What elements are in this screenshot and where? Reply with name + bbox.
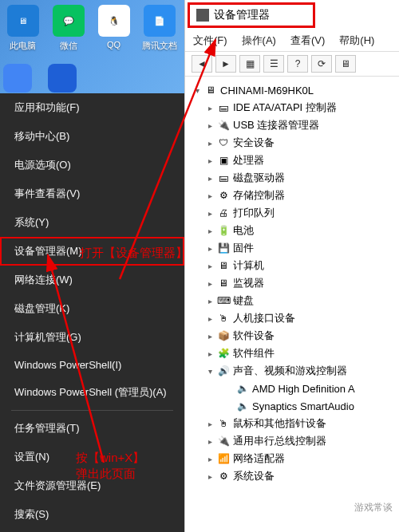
- expand-arrow-icon[interactable]: ▸: [204, 314, 215, 323]
- tree-node[interactable]: ▸🖴磁盘驱动器: [192, 169, 396, 187]
- tree-node[interactable]: ▸⚙存储控制器: [192, 187, 396, 204]
- winx-item-8[interactable]: 计算机管理(G): [0, 323, 184, 352]
- expand-arrow-icon[interactable]: ▾: [192, 86, 203, 95]
- tree-node-label: 系统设备: [233, 469, 275, 483]
- tree-node[interactable]: ▸📶网络适配器: [192, 450, 396, 467]
- device-icon: 🖥: [217, 259, 230, 272]
- expand-arrow-icon[interactable]: ▸: [204, 174, 215, 183]
- toolbar-grid-icon[interactable]: ▦: [239, 55, 260, 73]
- winx-item-6[interactable]: 网络连接(W): [0, 266, 184, 294]
- tree-node[interactable]: 🔈AMD High Definition A: [192, 380, 396, 397]
- menu-file[interactable]: 文件(F): [193, 33, 227, 48]
- tree-node[interactable]: ▸🖱人机接口设备: [192, 309, 396, 327]
- tree-node-label: Synaptics SmartAudio: [252, 400, 354, 412]
- expand-arrow-icon[interactable]: ▸: [204, 279, 215, 288]
- device-icon: 🛡: [217, 136, 230, 149]
- tree-node[interactable]: ▸🔋电池: [192, 222, 396, 239]
- device-icon: 🔊: [217, 365, 230, 377]
- tree-node[interactable]: ▸🛡安全设备: [192, 134, 396, 152]
- expand-arrow-icon[interactable]: ▸: [204, 420, 215, 428]
- tree-node-label: 网络适配器: [233, 451, 285, 466]
- tree-node[interactable]: ▸⌨键盘: [192, 292, 396, 309]
- menu-help[interactable]: 帮助(H): [339, 33, 374, 48]
- tree-node[interactable]: ▸💾固件: [192, 239, 396, 257]
- tree-root[interactable]: ▾ 🖥 CHINAMI-M69HK0L: [192, 81, 396, 99]
- device-icon: 📦: [217, 329, 230, 342]
- tree-node-label: 处理器: [233, 153, 264, 167]
- device-icon: 🖴: [217, 101, 230, 114]
- expand-arrow-icon[interactable]: ▸: [204, 332, 215, 341]
- tree-node[interactable]: 🔈Synaptics SmartAudio: [192, 397, 396, 415]
- tree-node[interactable]: ▸🖥监视器: [192, 274, 396, 292]
- tree-node[interactable]: ▸⚙系统设备: [192, 467, 396, 485]
- expand-arrow-icon[interactable]: ▸: [204, 227, 215, 235]
- device-icon: 🔌: [217, 435, 230, 447]
- winx-item-14[interactable]: 搜索(S): [0, 500, 184, 529]
- winx-sep: [11, 410, 173, 411]
- device-icon: 🖱: [217, 417, 230, 430]
- winx-item-1[interactable]: 移动中心(B): [0, 122, 184, 151]
- tree-node[interactable]: ▸🖴IDE ATA/ATAPI 控制器: [192, 99, 396, 116]
- expand-arrow-icon[interactable]: ▸: [204, 121, 215, 130]
- winx-item-12[interactable]: 设置(N): [0, 443, 184, 471]
- tree-node[interactable]: ▾🔊声音、视频和游戏控制器: [192, 362, 396, 380]
- expand-arrow-icon[interactable]: ▸: [204, 139, 215, 148]
- winx-item-5[interactable]: 设备管理器(M): [0, 237, 184, 266]
- menu-view[interactable]: 查看(V): [290, 33, 325, 48]
- expand-arrow-icon[interactable]: ▸: [204, 437, 215, 446]
- winx-item-3[interactable]: 事件查看器(V): [0, 179, 184, 208]
- tree-node-label: 计算机: [233, 258, 264, 273]
- toolbar-props-icon[interactable]: ☰: [263, 55, 284, 73]
- tree-node[interactable]: ▸▣处理器: [192, 152, 396, 169]
- tree-node-label: 软件组件: [233, 346, 275, 361]
- expand-arrow-icon[interactable]: ▸: [204, 209, 215, 218]
- toolbar-back-icon[interactable]: ◄: [192, 55, 212, 73]
- tree-node-label: 键盘: [233, 294, 254, 308]
- expand-arrow-icon[interactable]: ▸: [204, 262, 215, 270]
- expand-arrow-icon[interactable]: ▸: [204, 455, 215, 463]
- winx-item-0[interactable]: 应用和功能(F): [0, 93, 184, 122]
- expand-arrow-icon[interactable]: ▸: [204, 104, 215, 112]
- winx-item-7[interactable]: 磁盘管理(K): [0, 294, 184, 323]
- tree-node[interactable]: ▸🔌通用串行总线控制器: [192, 432, 396, 450]
- tree-node-label: USB 连接器管理器: [233, 118, 319, 132]
- toolbar-scan-icon[interactable]: 🖥: [335, 55, 356, 73]
- chrome-icon[interactable]: [3, 64, 32, 93]
- desktop-icon-qq[interactable]: 🐧QQ: [91, 0, 136, 93]
- winx-item-10[interactable]: Windows PowerShell (管理员)(A): [0, 378, 184, 407]
- winx-item-13[interactable]: 文件资源管理器(E): [0, 471, 184, 500]
- tree-node[interactable]: ▸🖥计算机: [192, 257, 396, 274]
- toolbar-refresh-icon[interactable]: ⟳: [311, 55, 332, 73]
- menu-bar: 文件(F) 操作(A) 查看(V) 帮助(H): [185, 30, 399, 51]
- winx-item-2[interactable]: 电源选项(O): [0, 151, 184, 179]
- expand-arrow-icon[interactable]: ▸: [204, 244, 215, 253]
- winx-item-9[interactable]: Windows PowerShell(I): [0, 352, 184, 378]
- tree-node[interactable]: ▸🧩软件组件: [192, 345, 396, 362]
- tree-node-label: 磁盘驱动器: [233, 171, 285, 185]
- tree-node[interactable]: ▸📦软件设备: [192, 327, 396, 345]
- device-icon: 🖴: [217, 171, 230, 184]
- winx-item-15[interactable]: 运行(R): [0, 529, 184, 532]
- expand-arrow-icon[interactable]: ▸: [204, 191, 215, 200]
- tree-node[interactable]: ▸🖨打印队列: [192, 204, 396, 222]
- desktop-icon-tencent-docs[interactable]: 📄腾讯文档: [136, 0, 182, 93]
- tree-node-label: IDE ATA/ATAPI 控制器: [233, 100, 337, 115]
- device-icon: ⚙: [217, 189, 230, 202]
- toolbar-help-icon[interactable]: ?: [287, 55, 308, 73]
- tree-node-label: 通用串行总线控制器: [233, 434, 326, 448]
- expand-arrow-icon[interactable]: ▸: [204, 297, 215, 305]
- tree-node[interactable]: ▸🖱鼠标和其他指针设备: [192, 415, 396, 432]
- tree-node[interactable]: ▸🔌USB 连接器管理器: [192, 116, 396, 134]
- desktop-wallpaper: 🖥此电脑 💬微信 🐧QQ 📄腾讯文档: [0, 0, 184, 93]
- expand-arrow-icon[interactable]: ▸: [204, 472, 215, 481]
- app-icon[interactable]: [48, 64, 77, 93]
- expand-arrow-icon[interactable]: ▾: [204, 367, 215, 376]
- tree-node-label: 监视器: [233, 276, 264, 290]
- expand-arrow-icon[interactable]: ▸: [204, 349, 215, 358]
- toolbar-fwd-icon[interactable]: ►: [215, 55, 236, 73]
- tree-node-label: 电池: [233, 223, 254, 238]
- winx-item-11[interactable]: 任务管理器(T): [0, 414, 184, 443]
- winx-item-4[interactable]: 系统(Y): [0, 208, 184, 237]
- expand-arrow-icon[interactable]: ▸: [204, 156, 215, 165]
- menu-action[interactable]: 操作(A): [242, 33, 276, 48]
